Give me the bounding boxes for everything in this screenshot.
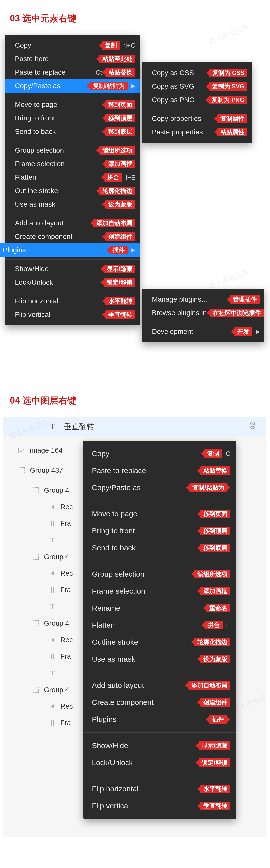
layer-name: Rec bbox=[60, 636, 73, 644]
top-layer-label: 垂直翻转 bbox=[64, 422, 94, 432]
chevron-right-icon: ▶ bbox=[131, 247, 136, 253]
layer-name: Group 4 bbox=[44, 553, 69, 561]
annotation-tag: 插件 bbox=[206, 715, 231, 724]
annotation-tag: 垂直翻转 bbox=[102, 310, 136, 319]
menu-item-frame-selection[interactable]: Frame selection添加画框 bbox=[84, 583, 236, 600]
menu-item-outline-stroke[interactable]: Outline stroke轮廓化描边 bbox=[84, 634, 236, 651]
menu-item-copy[interactable]: Copy复制C bbox=[84, 445, 236, 462]
menu-item-shortcut: E bbox=[226, 621, 231, 629]
menu-item-copy-as-svg[interactable]: Copy as SVG复制为 SVG bbox=[142, 80, 252, 93]
menu-item-paste-here[interactable]: Paste here粘贴至此处 bbox=[5, 52, 140, 66]
annotation-tag: 复制为 CSS bbox=[206, 69, 247, 77]
menu-item-plugins[interactable]: Plugins插件 bbox=[84, 711, 236, 728]
menu-divider bbox=[5, 141, 140, 141]
menu-item-label: Frame selection bbox=[92, 587, 197, 595]
menu-item-lock-unlock[interactable]: Lock/Unlock锁定/解锁 bbox=[84, 754, 236, 771]
menu-item-use-as-mask[interactable]: Use as mask设为蒙版 bbox=[5, 198, 140, 211]
menu-divider bbox=[84, 776, 236, 776]
group-icon bbox=[31, 620, 41, 626]
section-04-title: 04 选中图层右键 bbox=[0, 382, 270, 417]
menu-item-paste-to-replace[interactable]: Paste to replaceCt粘贴替换 bbox=[5, 66, 140, 79]
menu-item-group-selection[interactable]: Group selection编组所选项 bbox=[84, 566, 236, 583]
menu-item-label: Plugins bbox=[92, 715, 206, 724]
menu-item-label: Lock/Unlock bbox=[15, 279, 100, 286]
annotation-tag: 移到底层 bbox=[197, 544, 231, 552]
chevron-right-icon: ▶ bbox=[131, 83, 136, 89]
annotation-tag: 在社区中浏览插件 bbox=[207, 309, 264, 317]
menu-item-flip-horizontal[interactable]: Flip horizontal水平翻转 bbox=[5, 294, 140, 308]
menu-item-move-to-page[interactable]: Move to page移到页面 bbox=[5, 98, 140, 112]
menu-item-label: Copy as PNG bbox=[152, 96, 206, 104]
menu-item-paste-to-replace[interactable]: Paste to replace粘贴替换 bbox=[84, 462, 236, 479]
menu-item-label: Copy as CSS bbox=[152, 69, 206, 77]
menu-item-copy-paste-as[interactable]: Copy/Paste as复制/粘贴为▶ bbox=[5, 79, 140, 93]
annotation-tag: 编组所选项 bbox=[96, 146, 136, 155]
section-03-title: 03 选中元素右键 bbox=[0, 0, 270, 35]
group-icon bbox=[17, 467, 27, 473]
menu-item-add-auto-layout[interactable]: Add auto layout添加自动布局 bbox=[5, 217, 140, 230]
menu-item-flip-vertical[interactable]: Flip vertical垂直翻转 bbox=[5, 308, 140, 321]
type-icon: T bbox=[50, 422, 55, 432]
menu-item-group-selection[interactable]: Group selection编组所选项 bbox=[5, 144, 140, 157]
annotation-tag: 水平翻转 bbox=[102, 297, 136, 306]
menu-item-label: Move to page bbox=[15, 101, 102, 109]
menu-item-browse-plugins-in[interactable]: Browse plugins in在社区中浏览插件 bbox=[142, 306, 265, 320]
menu-item-show-hide[interactable]: Show/Hide显示/隐藏 bbox=[84, 737, 236, 754]
menu-item-label: Frame selection bbox=[15, 160, 102, 168]
menu-item-copy-properties[interactable]: Copy properties复制属性 bbox=[142, 112, 252, 125]
menu-item-add-auto-layout[interactable]: Add auto layout添加自动布局 bbox=[84, 677, 236, 694]
annotation-tag: 轮廓化描边 bbox=[96, 187, 136, 195]
frame-icon bbox=[48, 720, 58, 726]
annotation-tag: 粘贴至此处 bbox=[96, 55, 136, 63]
menu-item-label: Create component bbox=[15, 233, 102, 241]
menu-item-label: Copy bbox=[15, 41, 99, 50]
menu-item-create-component[interactable]: Create component创建组件 bbox=[84, 694, 236, 711]
menu-item-copy-as-png[interactable]: Copy as PNG复制为 PNG bbox=[142, 93, 252, 107]
layer-name: Group 4 bbox=[44, 620, 69, 627]
menu-item-development[interactable]: Development开发▶ bbox=[142, 325, 265, 339]
menu-item-rename[interactable]: Rename重命名 bbox=[84, 600, 236, 617]
menu-item-send-to-back[interactable]: Send to back移到底层 bbox=[5, 125, 140, 138]
menu-item-lock-unlock[interactable]: Lock/Unlock锁定/解锁 bbox=[5, 276, 140, 289]
text-icon: T bbox=[48, 669, 58, 677]
annotation-tag: 拼合 bbox=[101, 173, 122, 182]
menu-item-bring-to-front[interactable]: Bring to front移到顶层 bbox=[84, 523, 236, 539]
shape-icon bbox=[48, 638, 58, 642]
menu-item-flatten[interactable]: Flatten拼合l+E bbox=[5, 171, 140, 184]
annotation-tag: 管理插件 bbox=[227, 295, 260, 304]
menu-item-label: Create component bbox=[92, 698, 197, 707]
layer-name: Fra bbox=[60, 652, 71, 660]
menu-item-label: Bring to front bbox=[15, 114, 102, 122]
menu-item-flip-horizontal[interactable]: Flip horizontal水平翻转 bbox=[84, 780, 236, 798]
menu-item-flip-vertical[interactable]: Flip vertical垂直翻转 bbox=[84, 798, 236, 814]
menu-item-flatten[interactable]: Flatten拼合E bbox=[84, 617, 236, 634]
menu-item-copy-as-css[interactable]: Copy as CSS复制为 CSS bbox=[142, 66, 252, 80]
menu-item-move-to-page[interactable]: Move to page移到页面 bbox=[84, 505, 236, 523]
context-menu-layer: Copy复制CPaste to replace粘贴替换Copy/Paste as… bbox=[84, 441, 236, 819]
menu-item-outline-stroke[interactable]: Outline stroke轮廓化描边 bbox=[5, 184, 140, 198]
menu-item-frame-selection[interactable]: Frame selection添加画框 bbox=[5, 157, 140, 171]
frame-icon bbox=[48, 587, 58, 593]
menu-item-use-as-mask[interactable]: Use as mask设为蒙版 bbox=[84, 651, 236, 668]
menu-item-plugins[interactable]: Plugins插件▶ bbox=[0, 244, 140, 257]
layer-name: image 164 bbox=[30, 446, 63, 455]
menu-item-show-hide[interactable]: Show/Hide显示/隐藏 bbox=[5, 262, 140, 276]
menu-item-copy-paste-as[interactable]: Copy/Paste as复制/粘贴为 bbox=[84, 479, 236, 496]
shape-icon bbox=[48, 705, 58, 709]
annotation-tag: 插件 bbox=[107, 246, 128, 254]
layers-panel-canvas: T 垂直翻转 -02 image 164Group 437Group 4RecF… bbox=[3, 417, 267, 837]
layer-name: Group 4 bbox=[44, 686, 69, 694]
menu-divider bbox=[84, 561, 236, 561]
menu-item-label: Flatten bbox=[92, 621, 202, 629]
shape-icon bbox=[48, 571, 58, 576]
menu-item-paste-properties[interactable]: Paste properties粘贴属性 bbox=[142, 125, 252, 139]
menu-item-copy[interactable]: Copy复制rl+C bbox=[5, 39, 140, 52]
menu-item-manage-plugins-[interactable]: Manage plugins...管理插件 bbox=[142, 293, 265, 306]
menu-divider bbox=[84, 501, 236, 501]
annotation-tag: 显示/隐藏 bbox=[196, 742, 231, 750]
menu-item-label: Add auto layout bbox=[92, 681, 185, 690]
menu-item-create-component[interactable]: Create component创建组件 bbox=[5, 230, 140, 244]
chevron-right-icon: ▶ bbox=[256, 329, 260, 335]
menu-item-send-to-back[interactable]: Send to back移到底层 bbox=[84, 539, 236, 557]
menu-item-bring-to-front[interactable]: Bring to front移到顶层 bbox=[5, 112, 140, 125]
